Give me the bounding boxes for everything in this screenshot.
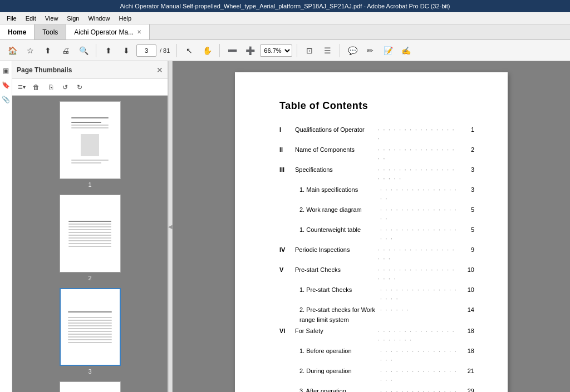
menu-help[interactable]: Help (115, 14, 136, 23)
toc-row-VI-1: 1. Before operation · · · · · · · · · · … (279, 346, 474, 365)
zoom-in-btn[interactable]: ➕ (242, 43, 258, 58)
left-panel: Page Thumbnails ✕ ☰▾ 🗑 ⎘ ↺ ↻ (12, 61, 168, 392)
menu-edit[interactable]: Edit (21, 14, 41, 23)
zoom-out-btn[interactable]: ➖ (224, 43, 240, 58)
toolbar-sep-5 (340, 44, 340, 57)
panel-undo-btn[interactable]: ↺ (59, 81, 71, 93)
doc-area[interactable]: Table of Contents I Qualifications of Op… (173, 61, 570, 392)
panel-extract-btn[interactable]: ⎘ (45, 81, 57, 93)
toolbar: 🏠 ☆ ⬆ 🖨 🔍 ⬆ ⬇ / 81 ↖ ✋ ➖ ➕ 66.7% 50% 75%… (0, 40, 570, 61)
thumbnail-frame-1 (60, 101, 121, 179)
edit-btn[interactable]: 📝 (380, 43, 396, 58)
attachment-icon[interactable]: 📎 (1, 95, 11, 105)
toolbar-sep-4 (297, 44, 297, 57)
cursor-btn[interactable]: ↖ (181, 43, 197, 58)
print-btn[interactable]: 🖨 (58, 43, 73, 58)
page-nav: / 81 (136, 44, 172, 57)
menu-sign[interactable]: Sign (62, 14, 83, 23)
upload-btn[interactable]: ⬆ (40, 43, 56, 58)
thumbnail-frame-3 (60, 288, 121, 366)
thumbnail-4[interactable]: 4 (60, 381, 121, 392)
tab-home-label: Home (8, 28, 26, 36)
draw-btn[interactable]: ✏ (362, 43, 378, 58)
toolbar-sep-1 (96, 44, 96, 57)
thumbnail-label-2: 2 (88, 275, 91, 281)
toc-row-V-1: 1. Pre-start Checks · · · · · · · · · · … (279, 285, 474, 304)
tab-bar: Home Tools Aichi Operator Ma... ✕ (0, 24, 570, 40)
toolbar-sep-2 (176, 44, 177, 57)
tab-doc[interactable]: Aichi Operator Ma... ✕ (66, 24, 150, 39)
zoom-search-btn[interactable]: 🔍 (76, 43, 91, 58)
home-btn[interactable]: 🏠 (4, 43, 20, 58)
toc-row-III-3: 1. Counterweight table · · · · · · · · ·… (279, 225, 474, 244)
page-total: / 81 (158, 47, 172, 54)
tab-home[interactable]: Home (0, 24, 35, 39)
toc-content: I Qualifications of Operator · · · · · ·… (279, 125, 474, 392)
toc-title: Table of Contents (279, 100, 474, 112)
tab-tools-label: Tools (42, 28, 58, 36)
thumbnail-icon[interactable]: ▣ (1, 66, 11, 76)
toc-row-III-1: 1. Main specifications · · · · · · · · ·… (279, 185, 474, 204)
thumbnail-3[interactable]: 3 (60, 288, 121, 375)
toc-row-VI-2: 2. During operation · · · · · · · · · · … (279, 366, 474, 385)
next-page-btn[interactable]: ⬇ (119, 43, 134, 58)
zoom-select[interactable]: 66.7% 50% 75% 100% 125% 150% (260, 44, 292, 57)
page-input[interactable] (136, 44, 156, 57)
prev-page-btn[interactable]: ⬆ (101, 43, 116, 58)
thumbnail-label-1: 1 (88, 181, 91, 188)
panel-header: Page Thumbnails ✕ (12, 61, 168, 79)
panel-redo-btn[interactable]: ↻ (73, 81, 86, 93)
tab-tools[interactable]: Tools (35, 24, 66, 39)
menu-file[interactable]: File (2, 14, 21, 23)
toc-row-II: II Name of Components · · · · · · · · · … (279, 145, 474, 163)
menu-view[interactable]: View (41, 14, 63, 23)
sign-btn[interactable]: ✍ (398, 43, 414, 58)
comment-btn[interactable]: 💬 (345, 43, 360, 58)
thumbnails-area[interactable]: 1 (12, 96, 168, 392)
doc-page: Table of Contents I Qualifications of Op… (235, 72, 508, 392)
thumbnail-label-3: 3 (88, 368, 91, 375)
panel-delete-btn[interactable]: 🗑 (30, 81, 42, 93)
toc-row-V-2: 2. Pre-start checks for Work range limit… (279, 305, 474, 325)
title-bar: Aichi Operator Manual Self-propelled_Whe… (0, 0, 570, 12)
toc-row-III: III Specifications · · · · · · · · · · ·… (279, 165, 474, 183)
thumbnail-1[interactable]: 1 (60, 101, 121, 188)
tab-close-icon[interactable]: ✕ (137, 29, 141, 35)
toolbar-sep-3 (219, 44, 220, 57)
menu-window[interactable]: Window (83, 14, 114, 23)
thumbnail-2[interactable]: 2 (60, 195, 121, 281)
hand-btn[interactable]: ✋ (199, 43, 215, 58)
thumbnail-frame-2 (60, 195, 121, 272)
thumbnail-frame-4 (60, 381, 121, 392)
toc-row-VI: VI For Safety · · · · · · · · · · · · · … (279, 326, 474, 345)
panel-resizer[interactable]: ◀ (168, 61, 173, 392)
bookmark-btn[interactable]: ☆ (22, 43, 38, 58)
toc-row-IV: IV Periodic Inspections · · · · · · · · … (279, 245, 474, 264)
panel-toolbar: ☰▾ 🗑 ⎘ ↺ ↻ (12, 79, 168, 96)
toc-row-VI-3: 3. After operation · · · · · · · · · · ·… (279, 386, 474, 392)
fit-btn[interactable]: ⊡ (302, 43, 317, 58)
title-bar-text: Aichi Operator Manual Self-propelled_Whe… (4, 3, 566, 9)
main-area: ▣ 🔖 📎 Page Thumbnails ✕ ☰▾ 🗑 ⎘ ↺ ↻ (0, 61, 570, 392)
panel-options-btn[interactable]: ☰▾ (16, 81, 28, 93)
left-icons: ▣ 🔖 📎 (0, 61, 12, 392)
scroll-btn[interactable]: ☰ (320, 43, 335, 58)
tab-doc-label: Aichi Operator Ma... (74, 28, 134, 36)
bookmark-side-icon[interactable]: 🔖 (1, 80, 11, 90)
panel-close-btn[interactable]: ✕ (156, 66, 163, 75)
menu-bar: File Edit View Sign Window Help (0, 12, 570, 24)
panel-title: Page Thumbnails (17, 66, 72, 74)
toc-row-V: V Pre-start Checks · · · · · · · · · · ·… (279, 265, 474, 284)
toc-row-III-2: 2. Work range diagram · · · · · · · · · … (279, 205, 474, 224)
toc-row-I: I Qualifications of Operator · · · · · ·… (279, 125, 474, 143)
